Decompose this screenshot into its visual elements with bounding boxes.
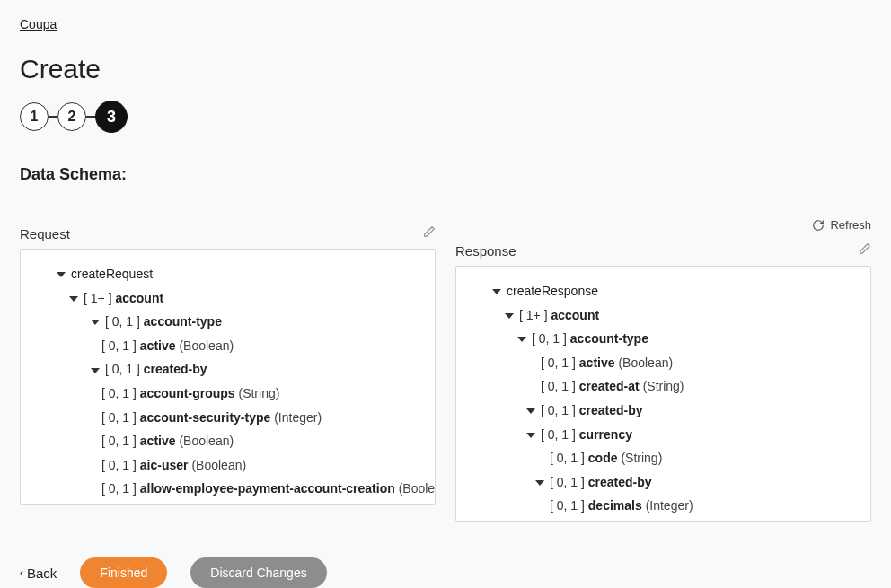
discard-changes-button[interactable]: Discard Changes [190,557,326,588]
cardinality: [ 0, 1 ] [101,458,137,472]
tree-row-root[interactable]: createResponse [471,279,856,303]
field-name: active [140,338,176,353]
field-name: allow-employee-payment-account-creation [140,481,395,496]
refresh-button[interactable]: Refresh [812,218,871,232]
field-name: created-by [588,475,652,489]
cardinality: [ 0, 1 ] [550,498,585,513]
cardinality: [ 1+ ] [519,308,548,322]
field-name: account [115,291,163,305]
tree-row[interactable]: [ 0, 1 ] active (Boolean) [35,429,420,453]
cardinality: [ 0, 1 ] [101,386,137,400]
step-1[interactable]: 1 [20,102,49,131]
cardinality: [ 0, 1 ] [541,379,576,393]
field-type: (Boolean) [179,434,234,448]
cardinality: [ 0, 1 ] [550,451,585,465]
field-name: decimals [588,498,642,513]
tree-row-root[interactable]: createRequest [35,262,420,286]
tree-row[interactable]: [ 0, 1 ] analytics-user (Boolean) [35,501,420,505]
tree-row[interactable]: [ 0, 1 ] allow-employee-payment-account-… [35,477,420,501]
field-name: account-type [144,314,222,329]
cardinality: [ 1+ ] [84,291,112,305]
field-type: (Integer) [646,498,693,513]
tree-row-account[interactable]: [ 1+ ] account [35,286,420,311]
field-type: (Boolean) [179,338,234,353]
cardinality: [ 0, 1 ] [101,338,137,353]
step-2[interactable]: 2 [57,102,86,131]
tree-row[interactable]: [ 0, 1 ] account-security-type (Integer) [35,406,420,430]
tree-row[interactable]: [ 0, 1 ] created-by [471,399,856,423]
tree-row[interactable]: [ 0, 1 ] created-by [471,470,856,495]
tree-node-label: createRequest [71,267,153,281]
field-name: code [588,451,618,465]
field-name: currency [579,427,632,442]
field-name: account-groups [140,386,235,400]
chevron-down-icon[interactable] [91,320,100,325]
field-type: (Boolean) [399,481,436,496]
tree-row[interactable]: [ 0, 1 ] aic-user (Boolean) [35,453,420,478]
tree-row-account[interactable]: [ 1+ ] account [471,303,856,328]
cardinality: [ 0, 1 ] [541,427,576,442]
request-panel: createRequest [ 1+ ] account [ 0, 1 ] ac… [20,249,436,505]
tree-row[interactable]: [ 0, 1 ] active (Boolean) [471,351,856,375]
field-name: aic-user [140,458,189,472]
field-name: account-security-type [140,410,270,425]
chevron-down-icon[interactable] [69,296,78,302]
cardinality: [ 0, 1 ] [101,481,137,496]
pencil-icon[interactable] [423,225,436,241]
field-name: active [140,434,176,448]
tree-node-label: createResponse [507,284,598,298]
pencil-icon[interactable] [859,242,871,259]
field-type: (String) [238,386,279,400]
step-3[interactable]: 3 [95,101,128,133]
field-name: account-type [570,331,648,346]
step-connector [86,116,95,118]
stepper: 1 2 3 [20,101,871,133]
response-panel: createResponse [ 1+ ] account [ 0, 1 ] a… [455,266,871,522]
tree-row[interactable]: [ 0, 1 ] created-by [35,357,420,382]
step-connector [49,116,57,118]
tree-row[interactable]: [ 0, 1 ] decimals (Integer) [471,494,856,518]
refresh-icon [812,219,825,232]
field-type: (String) [643,379,684,393]
tree-row[interactable]: [ 0, 1 ] active (Boolean) [35,334,420,358]
chevron-down-icon[interactable] [517,337,526,342]
chevron-down-icon[interactable] [526,433,535,438]
chevron-down-icon[interactable] [526,408,535,414]
field-name: created-by [579,403,643,417]
request-title: Request [20,226,70,241]
field-name: created-at [579,379,640,393]
field-name: created-by [144,362,207,376]
cardinality: [ 0, 1 ] [541,403,576,417]
cardinality: [ 0, 1 ] [105,314,140,329]
cardinality: [ 0, 1 ] [105,362,140,376]
breadcrumb[interactable]: Coupa [20,17,57,31]
cardinality: [ 0, 1 ] [101,410,137,425]
finished-button[interactable]: Finished [80,557,167,588]
field-name: account [551,308,599,322]
cardinality: [ 0, 1 ] [550,475,585,489]
tree-row[interactable]: [ 0, 1 ] created-at (String) [471,374,856,399]
page-title: Create [20,54,871,84]
chevron-down-icon[interactable] [57,272,66,277]
cardinality: [ 0, 1 ] [101,434,137,448]
tree-row[interactable]: [ 0, 1 ] account-groups (String) [35,382,420,406]
chevron-down-icon[interactable] [535,480,544,486]
field-type: (Boolean) [618,355,673,370]
chevron-down-icon[interactable] [91,368,100,373]
back-button[interactable]: ‹ Back [20,566,57,581]
chevron-down-icon[interactable] [505,313,514,319]
tree-row[interactable]: [ 0, 1 ] currency [471,423,856,447]
field-type: (String) [621,451,662,465]
chevron-left-icon: ‹ [20,566,23,579]
section-label: Data Schema: [20,165,871,184]
tree-row[interactable]: [ 0, 1 ] code (String) [471,446,856,470]
tree-row[interactable]: [ 0, 1 ] enabled (Boolean) [471,518,856,522]
response-title: Response [455,243,516,259]
tree-row[interactable]: [ 0, 1 ] account-type [35,310,420,334]
field-type: (Integer) [274,410,322,425]
field-type: (Boolean) [191,458,246,472]
cardinality: [ 0, 1 ] [541,355,576,370]
back-label: Back [27,566,57,581]
tree-row[interactable]: [ 0, 1 ] account-type [471,327,856,351]
chevron-down-icon[interactable] [492,289,501,294]
